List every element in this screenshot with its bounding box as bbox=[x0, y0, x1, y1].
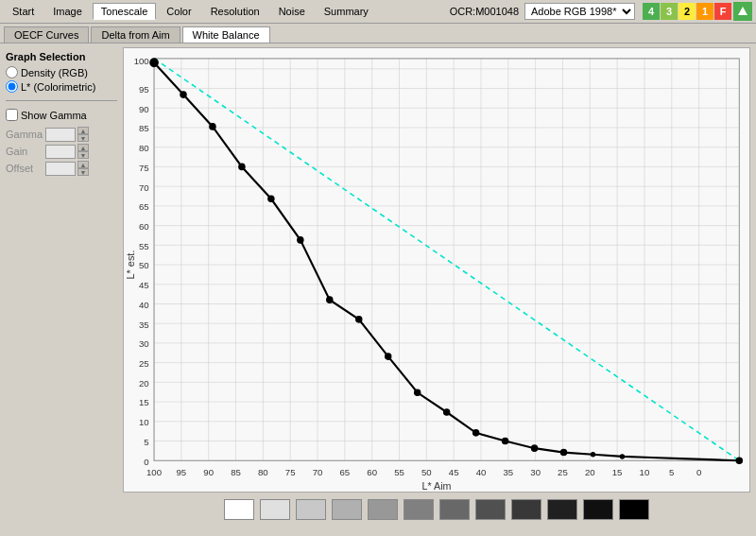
badge-3[interactable]: 3 bbox=[661, 3, 678, 20]
show-gamma-label: Show Gamma bbox=[21, 110, 87, 121]
color-swatch[interactable] bbox=[224, 499, 254, 520]
gain-down[interactable]: ▼ bbox=[77, 151, 89, 159]
sub-tab-delta-from-aim[interactable]: Delta from Aim bbox=[91, 26, 180, 43]
color-swatch[interactable] bbox=[439, 499, 470, 520]
svg-point-56 bbox=[386, 354, 391, 360]
graph-selection-label: Graph Selection bbox=[6, 51, 117, 62]
gamma-arrows[interactable]: ▲ ▼ bbox=[77, 127, 89, 142]
svg-text:25: 25 bbox=[139, 358, 149, 369]
svg-text:15: 15 bbox=[612, 466, 623, 476]
svg-text:10: 10 bbox=[139, 417, 149, 427]
color-swatch[interactable] bbox=[511, 499, 541, 520]
svg-point-58 bbox=[443, 409, 449, 416]
show-gamma-row[interactable]: Show Gamma bbox=[6, 109, 117, 121]
svg-text:5: 5 bbox=[144, 437, 148, 447]
color-swatch[interactable] bbox=[475, 499, 506, 520]
color-swatch[interactable] bbox=[404, 499, 434, 520]
svg-text:80: 80 bbox=[139, 143, 149, 153]
main-content: Graph Selection Density (RGB) L* (Colori… bbox=[0, 43, 756, 528]
chart-svg: 0 5 10 15 20 25 30 35 40 45 50 55 60 65 … bbox=[124, 48, 749, 492]
svg-text:10: 10 bbox=[640, 466, 650, 476]
svg-text:15: 15 bbox=[139, 397, 149, 407]
gamma-label: Gamma bbox=[6, 129, 43, 140]
svg-text:0: 0 bbox=[144, 457, 149, 467]
svg-text:30: 30 bbox=[139, 338, 149, 349]
gain-arrows[interactable]: ▲ ▼ bbox=[77, 144, 89, 159]
menu-item-summary[interactable]: Summary bbox=[316, 3, 377, 20]
gamma-input[interactable]: 2.2 bbox=[45, 128, 76, 142]
svg-point-64 bbox=[620, 455, 624, 458]
svg-text:90: 90 bbox=[203, 466, 214, 476]
svg-text:95: 95 bbox=[139, 84, 149, 95]
show-gamma-checkbox[interactable] bbox=[6, 109, 18, 121]
menu-item-color[interactable]: Color bbox=[158, 3, 199, 20]
offset-down[interactable]: ▼ bbox=[77, 168, 89, 176]
badge-f[interactable]: F bbox=[714, 3, 731, 20]
svg-text:85: 85 bbox=[231, 466, 241, 476]
svg-text:20: 20 bbox=[139, 378, 149, 389]
svg-point-50 bbox=[210, 124, 215, 130]
badge-4[interactable]: 4 bbox=[643, 3, 660, 20]
color-swatch[interactable] bbox=[547, 499, 577, 520]
svg-text:55: 55 bbox=[394, 466, 404, 476]
svg-text:75: 75 bbox=[139, 163, 149, 173]
color-swatch[interactable] bbox=[619, 499, 649, 520]
offset-arrows[interactable]: ▲ ▼ bbox=[77, 161, 89, 176]
svg-text:35: 35 bbox=[503, 466, 513, 476]
svg-text:50: 50 bbox=[421, 466, 432, 476]
svg-text:85: 85 bbox=[139, 123, 149, 133]
svg-text:100: 100 bbox=[146, 466, 163, 476]
offset-up[interactable]: ▲ bbox=[77, 161, 89, 168]
svg-point-49 bbox=[180, 92, 186, 98]
svg-text:75: 75 bbox=[285, 466, 296, 476]
svg-point-57 bbox=[415, 389, 421, 396]
menu-item-tonescale[interactable]: Tonescale bbox=[93, 3, 157, 20]
menu-item-noise[interactable]: Noise bbox=[270, 3, 314, 20]
chart-area: 0 5 10 15 20 25 30 35 40 45 50 55 60 65 … bbox=[123, 47, 750, 493]
color-swatch[interactable] bbox=[296, 499, 326, 520]
swatches-row bbox=[123, 494, 750, 525]
radio-lstar-label: L* (Colorimetric) bbox=[21, 81, 95, 93]
svg-text:65: 65 bbox=[339, 466, 350, 476]
arrow-up-button[interactable] bbox=[733, 2, 752, 21]
color-profile-select[interactable]: Adobe RGB 1998* bbox=[524, 3, 635, 20]
svg-text:L* Aim: L* Aim bbox=[422, 480, 452, 492]
menu-bar: StartImageTonescaleColorResolutionNoiseS… bbox=[0, 0, 756, 24]
svg-point-59 bbox=[472, 430, 478, 437]
svg-point-60 bbox=[502, 438, 507, 444]
sub-tab-oecf-curves[interactable]: OECF Curves bbox=[4, 26, 89, 43]
badge-2[interactable]: 2 bbox=[679, 3, 696, 20]
radio-density-label: Density (RGB) bbox=[21, 67, 88, 78]
sub-tabs: OECF CurvesDelta from AimWhite Balance bbox=[0, 24, 756, 43]
svg-text:40: 40 bbox=[476, 466, 487, 476]
gamma-up[interactable]: ▲ bbox=[77, 127, 89, 134]
menu-item-image[interactable]: Image bbox=[44, 3, 91, 20]
color-swatch[interactable] bbox=[368, 499, 398, 520]
svg-text:80: 80 bbox=[258, 466, 268, 476]
badge-1[interactable]: 1 bbox=[696, 3, 713, 20]
svg-text:60: 60 bbox=[367, 466, 377, 476]
svg-text:55: 55 bbox=[139, 241, 149, 251]
gain-label: Gain bbox=[6, 146, 43, 157]
gain-up[interactable]: ▲ bbox=[77, 144, 89, 151]
color-swatch[interactable] bbox=[332, 499, 362, 520]
svg-point-62 bbox=[560, 449, 566, 456]
sub-tab-white-balance[interactable]: White Balance bbox=[182, 26, 270, 43]
gamma-down[interactable]: ▼ bbox=[77, 134, 89, 142]
svg-text:95: 95 bbox=[177, 466, 187, 476]
color-swatch[interactable] bbox=[583, 499, 613, 520]
radio-lstar[interactable]: L* (Colorimetric) bbox=[6, 80, 117, 93]
menu-item-start[interactable]: Start bbox=[4, 3, 43, 20]
svg-point-63 bbox=[591, 453, 594, 457]
color-swatch[interactable] bbox=[260, 499, 290, 520]
gain-input[interactable]: 1 bbox=[45, 145, 76, 159]
offset-input[interactable]: 0 bbox=[45, 162, 76, 176]
svg-text:25: 25 bbox=[558, 466, 568, 476]
svg-text:5: 5 bbox=[669, 466, 674, 476]
svg-rect-1 bbox=[124, 48, 749, 492]
svg-point-55 bbox=[356, 317, 362, 323]
menu-item-resolution[interactable]: Resolution bbox=[202, 3, 268, 20]
radio-density[interactable]: Density (RGB) bbox=[6, 66, 117, 78]
svg-text:30: 30 bbox=[530, 466, 541, 476]
svg-text:60: 60 bbox=[139, 221, 149, 232]
